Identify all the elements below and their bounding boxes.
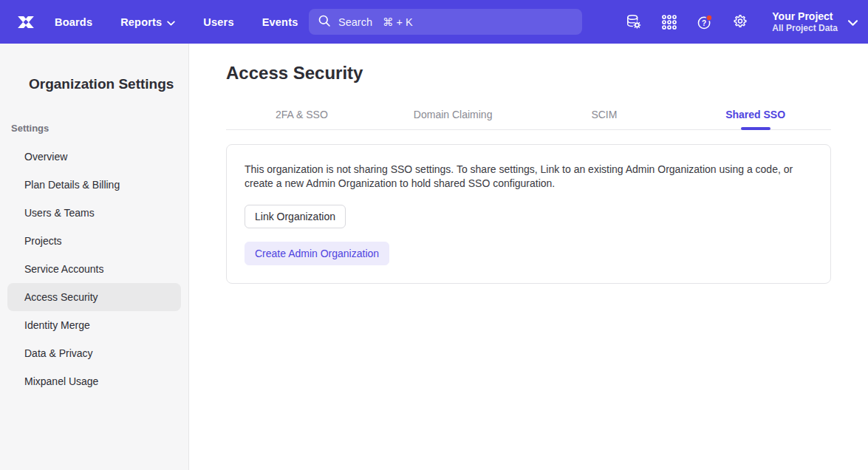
nav-item-label: Reports <box>120 16 162 28</box>
tab-2fa-sso[interactable]: 2FA & SSO <box>226 100 377 129</box>
nav-item-label: Users <box>203 16 233 28</box>
apps-grid-icon[interactable] <box>661 14 677 30</box>
sidebar-item-service-accounts[interactable]: Service Accounts <box>7 255 181 283</box>
tab-bar: 2FA & SSO Domain Claiming SCIM Shared SS… <box>226 100 831 130</box>
mixpanel-logo[interactable] <box>13 11 38 33</box>
nav-item-reports[interactable]: Reports <box>120 16 175 28</box>
sidebar-item-users-teams[interactable]: Users & Teams <box>7 199 181 227</box>
nav-item-label: Boards <box>55 16 92 28</box>
search-input[interactable]: Search⌘ + K <box>309 9 582 35</box>
page-title: Access Security <box>226 62 831 84</box>
settings-sidebar: Organization Settings Settings Overview … <box>0 44 189 470</box>
tab-domain-claiming[interactable]: Domain Claiming <box>377 100 529 129</box>
main-content: Access Security 2FA & SSO Domain Claimin… <box>189 44 868 470</box>
search-icon <box>318 14 331 30</box>
sidebar-item-access-security[interactable]: Access Security <box>7 283 181 311</box>
nav-item-label: Events <box>262 16 298 28</box>
top-nav: Boards Reports Users Events Search⌘ + K <box>0 0 868 44</box>
sidebar-title: Organization Settings <box>0 76 188 92</box>
shared-sso-description: This organization is not sharing SSO set… <box>245 163 806 191</box>
sidebar-item-mixpanel-usage[interactable]: Mixpanel Usage <box>7 367 181 395</box>
project-name: Your Project <box>772 10 838 23</box>
project-switcher-labels: Your Project All Project Data <box>772 10 838 34</box>
nav-item-users[interactable]: Users <box>203 16 233 28</box>
sidebar-section-label: Settings <box>0 123 188 134</box>
data-management-icon[interactable] <box>626 14 642 30</box>
sidebar-item-overview[interactable]: Overview <box>7 143 181 171</box>
search-placeholder: Search⌘ + K <box>338 16 413 28</box>
notification-badge <box>706 15 712 21</box>
active-tab-indicator <box>741 127 770 130</box>
link-organization-button[interactable]: Link Organization <box>245 205 346 228</box>
tab-label: 2FA & SSO <box>276 109 328 120</box>
chevron-down-icon <box>167 16 175 28</box>
create-admin-organization-button[interactable]: Create Admin Organization <box>245 242 389 265</box>
svg-text:?: ? <box>702 18 706 27</box>
tab-shared-sso[interactable]: Shared SSO <box>680 100 831 129</box>
nav-item-events[interactable]: Events <box>262 16 298 28</box>
shared-sso-card: This organization is not sharing SSO set… <box>226 144 831 284</box>
tab-label: Shared SSO <box>725 109 785 120</box>
sidebar-item-identity-merge[interactable]: Identity Merge <box>7 311 181 339</box>
tab-scim[interactable]: SCIM <box>529 100 680 129</box>
sidebar-item-data-privacy[interactable]: Data & Privacy <box>7 339 181 367</box>
project-switcher[interactable]: Your Project All Project Data <box>772 10 858 34</box>
project-scope: All Project Data <box>772 23 838 34</box>
tab-label: Domain Claiming <box>414 109 493 120</box>
chevron-down-icon <box>848 16 858 29</box>
nav-right-cluster: ? Your Project All Project Data <box>626 0 858 44</box>
help-icon[interactable]: ? <box>697 14 713 30</box>
sidebar-item-projects[interactable]: Projects <box>7 227 181 255</box>
nav-item-boards[interactable]: Boards <box>55 16 92 28</box>
primary-nav: Boards Reports Users Events <box>55 16 298 28</box>
settings-gear-icon[interactable] <box>732 14 748 30</box>
tab-label: SCIM <box>591 109 617 120</box>
sidebar-item-plan-details-billing[interactable]: Plan Details & Billing <box>7 171 181 199</box>
